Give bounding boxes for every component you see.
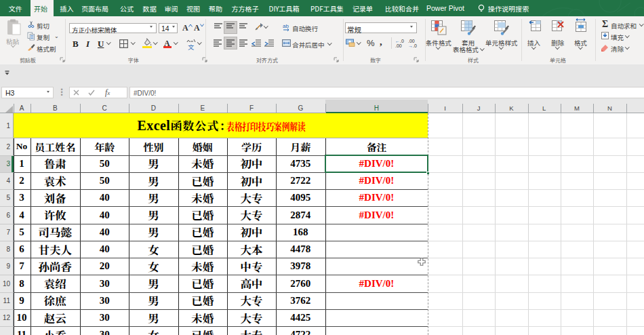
svg-text:ab: ab [283, 23, 289, 29]
